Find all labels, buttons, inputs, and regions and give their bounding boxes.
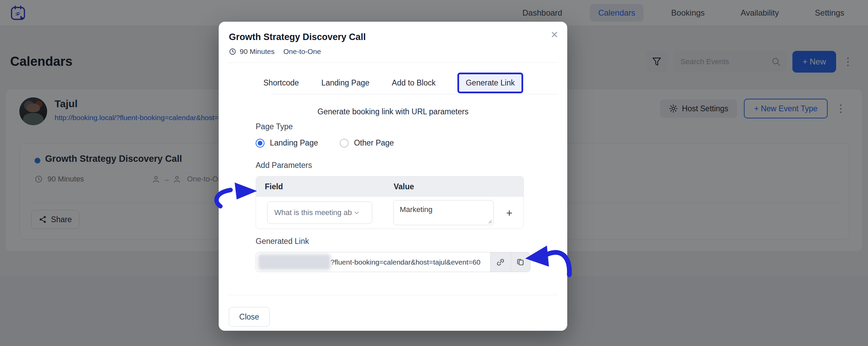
generate-link-description: Generate booking link with URL parameter…	[219, 107, 567, 116]
link-icon	[496, 258, 505, 267]
modal-meta: 90 Minutes One-to-One	[229, 47, 321, 56]
tabs-divider	[271, 94, 557, 94]
radio-landing-page-label: Landing Page	[270, 138, 318, 148]
modal-footer-divider	[228, 295, 558, 295]
radio-option-landing-page[interactable]: Landing Page	[256, 138, 318, 148]
app-root: Dashboard Calendars Bookings Availabilit…	[0, 0, 868, 346]
annotation-arrow-to-copy-button	[523, 242, 574, 280]
modal-meeting-type: One-to-One	[283, 47, 321, 56]
page-type-options: Landing Page Other Page	[256, 138, 394, 148]
radio-option-other-page[interactable]: Other Page	[340, 138, 394, 148]
modal-duration: 90 Minutes	[240, 47, 275, 56]
close-icon[interactable]: ✕	[551, 29, 558, 40]
share-event-modal: ✕ Growth Strategy Discovery Call 90 Minu…	[219, 22, 567, 331]
field-select-dropdown[interactable]: What is this meeting ab	[267, 201, 372, 224]
annotation-arrow-to-parameters-table	[212, 180, 258, 210]
parameters-table: Field Value What is this meeting ab Mark…	[256, 176, 524, 229]
modal-header-divider	[228, 62, 558, 63]
generated-link-label: Generated Link	[256, 237, 309, 246]
radio-unselected-icon[interactable]	[340, 139, 349, 148]
tab-landing-page[interactable]: Landing Page	[321, 75, 370, 91]
parameter-row: What is this meeting ab Marketing +	[256, 197, 524, 229]
chevron-down-icon	[353, 209, 360, 216]
value-textarea[interactable]: Marketing	[393, 200, 494, 225]
resize-handle-icon[interactable]	[487, 219, 492, 224]
modal-tabs: Shortcode Landing Page Add to Block Gene…	[219, 73, 567, 93]
value-column-header: Value	[394, 182, 414, 191]
radio-selected-icon[interactable]	[256, 139, 264, 148]
field-select-value: What is this meeting ab	[274, 208, 352, 217]
generated-link-value: ?fluent-booking=calendar&host=tajul&even…	[331, 258, 480, 266]
clock-icon	[229, 48, 236, 55]
generated-link-input[interactable]: ?fluent-booking=calendar&host=tajul&even…	[256, 252, 490, 272]
add-parameter-button[interactable]: +	[501, 206, 518, 220]
radio-other-page-label: Other Page	[354, 138, 394, 148]
tab-shortcode[interactable]: Shortcode	[263, 75, 300, 91]
open-link-button[interactable]	[491, 252, 511, 272]
page-type-label: Page Type	[256, 122, 293, 131]
modal-title: Growth Strategy Discovery Call	[229, 32, 366, 42]
tab-add-to-block[interactable]: Add to Block	[391, 75, 436, 91]
redacted-domain-blur	[258, 254, 331, 270]
tab-generate-link[interactable]: Generate Link	[457, 73, 523, 93]
value-text: Marketing	[400, 205, 433, 214]
parameters-table-header: Field Value	[256, 176, 524, 197]
add-parameters-label: Add Parameters	[256, 161, 312, 170]
generated-link-field: ?fluent-booking=calendar&host=tajul&even…	[256, 252, 531, 272]
close-button[interactable]: Close	[229, 307, 270, 327]
field-column-header: Field	[265, 182, 394, 191]
